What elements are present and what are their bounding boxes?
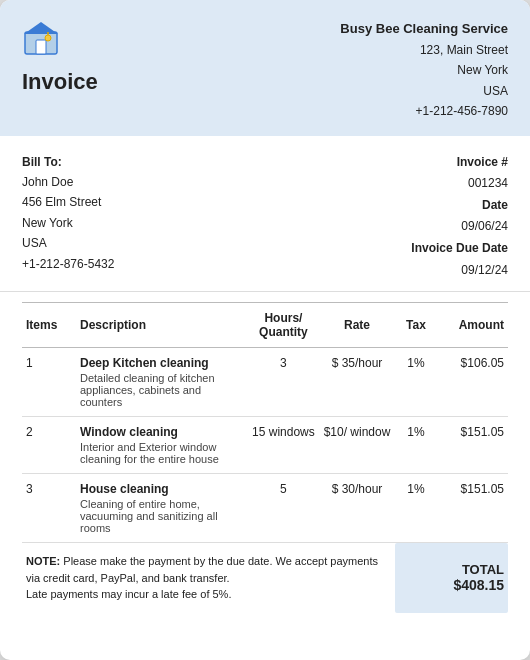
row-hours-qty: 15 windows xyxy=(248,417,319,474)
client-country: USA xyxy=(22,233,114,253)
invoice-title: Invoice xyxy=(22,69,98,95)
table-row: 2 Window cleaning Interior and Exterior … xyxy=(22,417,508,474)
client-name: John Doe xyxy=(22,172,114,192)
row-desc: House cleaning Cleaning of entire home, … xyxy=(76,474,248,543)
client-address2: New York xyxy=(22,213,114,233)
row-num: 2 xyxy=(22,417,76,474)
bill-section: Bill To: John Doe 456 Elm Street New Yor… xyxy=(0,136,530,293)
invoice-due-date: 09/12/24 xyxy=(411,260,508,282)
invoice-number-label: Invoice # xyxy=(457,155,508,169)
company-address2: New York xyxy=(340,60,508,80)
col-hours-qty: Hours/ Quantity xyxy=(248,303,319,348)
invoice-header: Invoice Busy Bee Cleaning Service 123, M… xyxy=(0,0,530,136)
col-tax: Tax xyxy=(395,303,437,348)
row-desc-main: Window cleaning xyxy=(80,425,244,439)
invoice-number: 001234 xyxy=(411,173,508,195)
col-amount: Amount xyxy=(437,303,508,348)
invoice-total-cell: TOTAL $408.15 xyxy=(395,543,508,613)
row-rate: $ 30/hour xyxy=(319,474,395,543)
client-address1: 456 Elm Street xyxy=(22,192,114,212)
svg-point-3 xyxy=(45,35,51,41)
col-items: Items xyxy=(22,303,76,348)
row-desc: Deep Kitchen cleaning Detailed cleaning … xyxy=(76,348,248,417)
header-right: Busy Bee Cleaning Service 123, Main Stre… xyxy=(340,18,508,122)
note-label: NOTE: xyxy=(26,555,60,567)
invoice-page: Invoice Busy Bee Cleaning Service 123, M… xyxy=(0,0,530,660)
row-tax: 1% xyxy=(395,348,437,417)
header-left: Invoice xyxy=(22,18,98,95)
invoice-date: 09/06/24 xyxy=(411,216,508,238)
client-phone: +1-212-876-5432 xyxy=(22,254,114,274)
company-country: USA xyxy=(340,81,508,101)
invoice-date-label: Date xyxy=(482,198,508,212)
invoice-table-container: Items Description Hours/ Quantity Rate T… xyxy=(0,302,530,613)
row-rate: $ 35/hour xyxy=(319,348,395,417)
row-num: 3 xyxy=(22,474,76,543)
row-hours-qty: 5 xyxy=(248,474,319,543)
row-num: 1 xyxy=(22,348,76,417)
row-amount: $151.05 xyxy=(437,417,508,474)
row-desc-main: Deep Kitchen cleaning xyxy=(80,356,244,370)
svg-rect-2 xyxy=(36,40,46,54)
invoice-table: Items Description Hours/ Quantity Rate T… xyxy=(22,302,508,613)
total-label: TOTAL xyxy=(399,562,504,577)
row-tax: 1% xyxy=(395,474,437,543)
row-desc-main: House cleaning xyxy=(80,482,244,496)
row-desc-sub: Detailed cleaning of kitchen appliances,… xyxy=(80,372,244,408)
col-description: Description xyxy=(76,303,248,348)
company-address1: 123, Main Street xyxy=(340,40,508,60)
company-logo-icon xyxy=(22,18,60,63)
invoice-note-cell: NOTE: Please make the payment by the due… xyxy=(22,543,395,613)
company-phone: +1-212-456-7890 xyxy=(340,101,508,121)
invoice-due-date-label: Invoice Due Date xyxy=(411,241,508,255)
note-late-fee: Late payments may incur a late fee of 5%… xyxy=(26,588,231,600)
row-desc-sub: Cleaning of entire home, vacuuming and s… xyxy=(80,498,244,534)
total-amount: $408.15 xyxy=(399,577,504,593)
table-row: 3 House cleaning Cleaning of entire home… xyxy=(22,474,508,543)
bill-to-section: Bill To: John Doe 456 Elm Street New Yor… xyxy=(22,152,114,282)
svg-marker-1 xyxy=(24,22,58,34)
note-text: Please make the payment by the due date.… xyxy=(26,555,378,584)
invoice-details-section: Invoice # 001234 Date 09/06/24 Invoice D… xyxy=(411,152,508,282)
col-rate: Rate xyxy=(319,303,395,348)
row-desc: Window cleaning Interior and Exterior wi… xyxy=(76,417,248,474)
table-row: 1 Deep Kitchen cleaning Detailed cleanin… xyxy=(22,348,508,417)
company-name: Busy Bee Cleaning Service xyxy=(340,18,508,40)
row-tax: 1% xyxy=(395,417,437,474)
row-hours-qty: 3 xyxy=(248,348,319,417)
row-desc-sub: Interior and Exterior window cleaning fo… xyxy=(80,441,244,465)
invoice-footer-row: NOTE: Please make the payment by the due… xyxy=(22,543,508,613)
bill-to-label: Bill To: xyxy=(22,152,114,172)
row-amount: $151.05 xyxy=(437,474,508,543)
row-rate: $10/ window xyxy=(319,417,395,474)
row-amount: $106.05 xyxy=(437,348,508,417)
